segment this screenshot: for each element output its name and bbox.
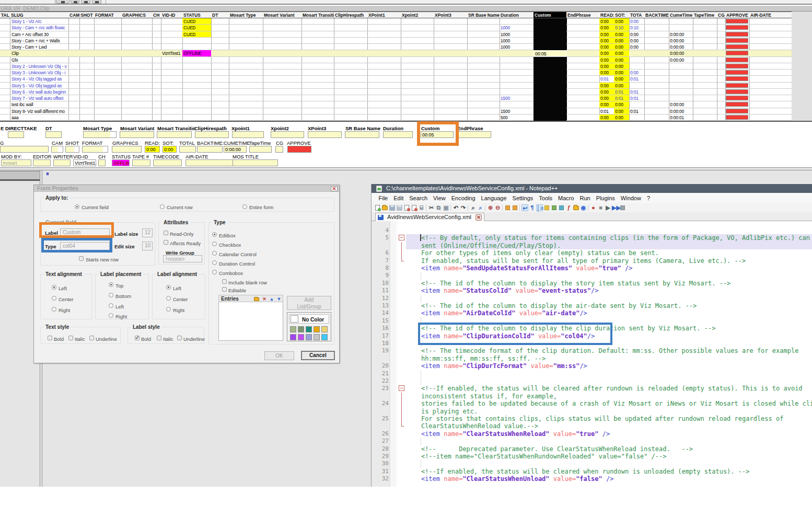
- cell-dt[interactable]: [211, 63, 229, 70]
- cell-format[interactable]: [94, 76, 122, 82]
- grid-row[interactable]: Story 4 - Viz Obj tagged as0:010:000:01: [0, 76, 792, 82]
- cell-cam[interactable]: [68, 76, 80, 82]
- cell-cam[interactable]: [68, 95, 80, 101]
- cell-cg[interactable]: [717, 101, 726, 108]
- cell-mosart_transition[interactable]: [301, 50, 334, 56]
- cell-slug[interactable]: Story 3 - Unknown Viz Obj - i: [10, 70, 69, 76]
- cell-sr_base_name[interactable]: [467, 63, 500, 70]
- macro-play-icon[interactable]: ▶: [605, 204, 611, 211]
- toolbar-button-3[interactable]: [81, 0, 90, 4]
- close-icon[interactable]: [403, 204, 410, 211]
- grid-row[interactable]: Cam + Arc offset 30CUED10000:000:000:000…: [0, 31, 792, 38]
- cell-tal[interactable]: [0, 101, 10, 108]
- cell-graphics[interactable]: [121, 38, 153, 44]
- cell-tapetime[interactable]: [693, 89, 717, 95]
- cell-shot[interactable]: [79, 101, 95, 108]
- cell-sr_base_name[interactable]: [467, 70, 500, 76]
- grid-row[interactable]: Story 6 - Viz wall auto beginn0:000:010:…: [0, 89, 792, 95]
- cell-sot[interactable]: 0:01: [614, 89, 630, 95]
- cell-vidid[interactable]: [161, 31, 183, 38]
- cell-backtime[interactable]: [644, 38, 669, 44]
- column-header-custom[interactable]: Custom: [533, 12, 567, 18]
- cell-slug[interactable]: Story 6 - Viz wall auto beginn: [10, 89, 69, 95]
- cell-xpoint2[interactable]: [401, 70, 434, 76]
- cell-backtime[interactable]: [644, 114, 669, 121]
- cell-ch[interactable]: [152, 76, 161, 82]
- cell-slug[interactable]: Story - Cam + Arc + Walls: [10, 38, 69, 44]
- cell-sot[interactable]: 0:00: [614, 101, 630, 108]
- cell-mosart_type[interactable]: [229, 83, 263, 89]
- column-header-mosart_variant[interactable]: Mosart Variant: [263, 12, 302, 18]
- cell-endphrase[interactable]: [566, 101, 600, 108]
- label-style-underline-checkbox[interactable]: [177, 336, 182, 340]
- cell-mosart_variant[interactable]: [263, 38, 302, 44]
- form-input-backtime[interactable]: [197, 146, 223, 153]
- cell-tapetime[interactable]: [693, 44, 717, 50]
- cell-backtime[interactable]: [644, 44, 669, 50]
- cell-xpoint2[interactable]: [401, 38, 434, 44]
- cell-read[interactable]: 0:00: [599, 70, 614, 76]
- cell-xpoint1[interactable]: [367, 50, 401, 56]
- cell-xpoint3[interactable]: [434, 31, 468, 38]
- cell-read[interactable]: 0:00: [599, 63, 614, 70]
- cell-approve[interactable]: [725, 114, 750, 121]
- cell-status[interactable]: [182, 38, 212, 44]
- cell-endphrase[interactable]: [566, 18, 600, 25]
- radio-label-place-bottom[interactable]: [109, 293, 113, 297]
- cell-format[interactable]: [94, 38, 122, 44]
- text-style-italic-checkbox[interactable]: [68, 336, 73, 340]
- read-only-checkbox[interactable]: [164, 231, 168, 235]
- cell-xpoint2[interactable]: [401, 63, 434, 70]
- cell-shot[interactable]: [79, 89, 95, 95]
- label-input[interactable]: Custom: [60, 228, 110, 237]
- cell-duration[interactable]: 1500: [500, 95, 534, 101]
- cut-icon[interactable]: ✂: [428, 204, 435, 211]
- cell-airdate[interactable]: [749, 18, 792, 25]
- cell-custom[interactable]: [533, 89, 567, 95]
- cell-xpoint1[interactable]: [367, 44, 401, 50]
- cell-graphics[interactable]: [121, 31, 153, 38]
- cell-approve[interactable]: [725, 108, 750, 114]
- cell-xpoint2[interactable]: [401, 108, 434, 114]
- replace-icon[interactable]: ⌕: [477, 204, 484, 211]
- cell-status[interactable]: [182, 44, 212, 50]
- cell-mosart_type[interactable]: [229, 18, 263, 25]
- cell-mosart_type[interactable]: [229, 108, 263, 114]
- form-input-xpoint2[interactable]: [271, 131, 304, 138]
- macro-record-icon[interactable]: ●: [590, 204, 597, 211]
- radio-duration-control[interactable]: [212, 260, 217, 265]
- cell-custom[interactable]: [533, 38, 567, 44]
- cell-dt[interactable]: [211, 76, 229, 82]
- cell-custom[interactable]: [533, 57, 567, 63]
- form-input-cg[interactable]: [275, 146, 283, 153]
- cell-dt[interactable]: [211, 31, 229, 38]
- form-input-airdate[interactable]: [185, 159, 234, 166]
- cell-xpoint3[interactable]: [434, 89, 468, 95]
- entries-move-down-icon[interactable]: ▼: [276, 296, 282, 302]
- cell-mosart_transition[interactable]: [301, 95, 334, 101]
- cell-status[interactable]: [182, 83, 212, 89]
- cell-custom[interactable]: [533, 108, 567, 114]
- column-header-format[interactable]: FORMAT: [94, 12, 122, 18]
- cell-tal[interactable]: [0, 89, 10, 95]
- radio-label-place-left[interactable]: [109, 303, 113, 308]
- cell-cliphirespath[interactable]: [334, 63, 368, 70]
- macro-run-multiple-icon[interactable]: ▶▶: [612, 204, 619, 211]
- cell-duration[interactable]: 1000: [500, 25, 534, 31]
- cell-sr_base_name[interactable]: [467, 25, 500, 31]
- zoom-out-icon[interactable]: ⊖: [494, 204, 501, 211]
- cell-cg[interactable]: [717, 31, 726, 38]
- cell-xpoint3[interactable]: [434, 101, 468, 108]
- cell-xpoint2[interactable]: [401, 57, 434, 63]
- cell-vidid[interactable]: [161, 38, 183, 44]
- cell-airdate[interactable]: [749, 63, 792, 70]
- column-header-cliphirespath[interactable]: ClipHirespath: [334, 12, 368, 18]
- cell-sot[interactable]: 0:00: [614, 31, 630, 38]
- cell-cumetime[interactable]: [669, 63, 693, 70]
- radio-checkbox[interactable]: [212, 242, 217, 246]
- form-input-modby[interactable]: mosart: [1, 159, 31, 166]
- cancel-button[interactable]: Cancel: [301, 351, 335, 360]
- cell-dt[interactable]: [211, 114, 229, 121]
- cell-tapetime[interactable]: [693, 101, 717, 108]
- cell-format[interactable]: [94, 31, 122, 38]
